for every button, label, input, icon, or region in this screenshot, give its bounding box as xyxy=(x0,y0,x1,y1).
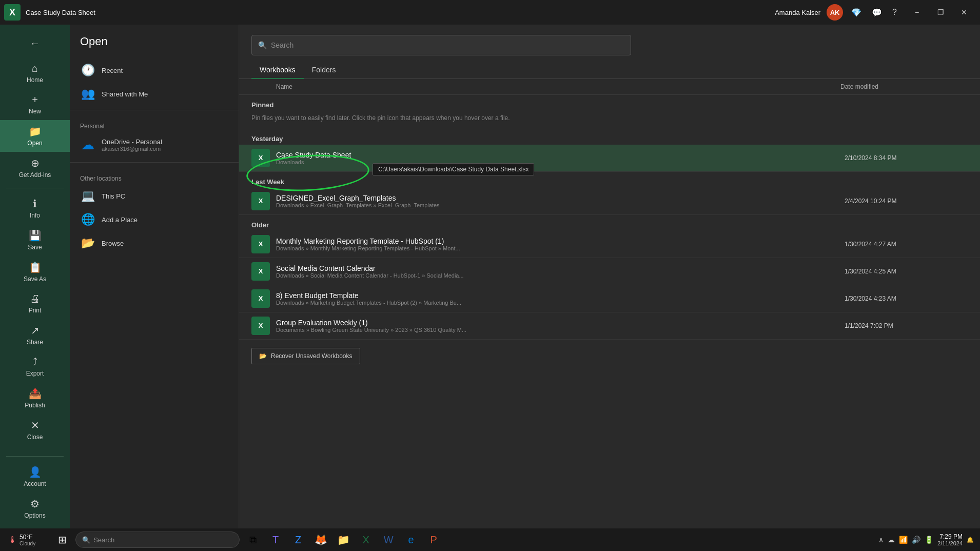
zoom-app[interactable]: Z xyxy=(288,529,308,550)
location-thispc[interactable]: 💻 This PC xyxy=(70,184,239,208)
tab-folders[interactable]: Folders xyxy=(304,62,344,79)
location-recent[interactable]: 🕐 Recent xyxy=(70,58,239,82)
word-app[interactable]: W xyxy=(378,529,399,550)
location-onedrive[interactable]: ☁ OneDrive - Personal akaiser316@gmail.c… xyxy=(70,132,239,158)
taskview-button[interactable]: ⧉ xyxy=(243,529,263,550)
sidebar-item-open-label: Open xyxy=(27,140,42,147)
firefox-app[interactable]: 🦊 xyxy=(310,529,331,550)
col-date-header: Date modified xyxy=(840,83,933,90)
excel-app[interactable]: X xyxy=(356,529,376,550)
file-row-event[interactable]: X 8) Event Budget Template Downloads » M… xyxy=(239,285,980,312)
file-icon-group: X xyxy=(251,317,270,335)
file-row-casestudy[interactable]: X Case Study Data Sheet Downloads 2/10/2… xyxy=(239,145,980,172)
sidebar-item-options[interactable]: ⚙ Options xyxy=(0,493,70,524)
search-bar[interactable]: 🔍 xyxy=(251,35,631,55)
closeitem-icon: ✕ xyxy=(31,419,40,431)
file-date-casestudy: 2/10/2024 8:34 PM xyxy=(845,154,937,162)
sidebar-item-addins[interactable]: ⊕ Get Add-ins xyxy=(0,152,70,184)
maximize-button[interactable]: ❐ xyxy=(929,0,952,25)
share-icon: ↗ xyxy=(31,324,40,337)
sidebar-item-home-label: Home xyxy=(27,76,43,84)
share-action-icon-6[interactable]: ↗ xyxy=(937,321,944,330)
feedback-icon[interactable]: 💬 xyxy=(870,6,884,19)
tab-workbooks[interactable]: Workbooks xyxy=(251,62,304,79)
location-browse[interactable]: 📂 Browse xyxy=(70,231,239,255)
excel-taskbar-icon: X xyxy=(362,534,369,546)
new-icon: + xyxy=(32,94,38,106)
pin-action-icon-2[interactable]: 📌 xyxy=(948,196,958,206)
weather-icon: 🌡 xyxy=(8,535,17,545)
share-action-icon[interactable]: ↗ xyxy=(937,153,944,163)
sidebar-item-save[interactable]: 💾 Save xyxy=(0,224,70,256)
sidebar-item-account[interactable]: 👤 Account xyxy=(0,461,70,493)
tabs: Workbooks Folders xyxy=(239,62,980,79)
edge-app[interactable]: e xyxy=(401,529,421,550)
yesterday-section: Yesterday xyxy=(239,129,980,145)
recover-unsaved-button[interactable]: 📂 Recover Unsaved Workbooks xyxy=(251,348,360,364)
pin-action-icon-6[interactable]: 📌 xyxy=(948,321,958,330)
sidebar-item-new-label: New xyxy=(29,108,41,115)
sidebar-item-home[interactable]: ⌂ Home xyxy=(0,57,70,89)
recent-icon: 🕐 xyxy=(80,64,95,77)
start-button[interactable]: ⊞ xyxy=(52,529,72,550)
sidebar-item-publish-label: Publish xyxy=(25,402,45,409)
file-row-group[interactable]: X Group Evaluation Weekly (1) Documents … xyxy=(239,312,980,340)
help-icon[interactable]: ? xyxy=(890,6,899,19)
file-info-event: 8) Event Budget Template Downloads » Mar… xyxy=(276,291,845,306)
chevron-up-icon[interactable]: ∧ xyxy=(878,536,884,544)
sidebar-item-publish[interactable]: 📤 Publish xyxy=(0,382,70,414)
file-row-social[interactable]: X Social Media Content Calendar Download… xyxy=(239,258,980,285)
sidebar-item-share-label: Share xyxy=(27,339,43,346)
pin-action-icon[interactable]: 📌 xyxy=(948,153,958,163)
close-button[interactable]: ✕ xyxy=(952,0,976,25)
onedrive-email: akaiser316@gmail.com xyxy=(102,146,162,152)
sidebar-item-back[interactable]: ← xyxy=(0,29,70,57)
share-action-icon-2[interactable]: ↗ xyxy=(937,196,944,206)
search-input[interactable] xyxy=(271,41,624,49)
location-shared[interactable]: 👥 Shared with Me xyxy=(70,82,239,106)
sidebar-item-open[interactable]: 📁 Open xyxy=(0,120,70,152)
file-list-header: Name Date modified xyxy=(239,79,980,95)
file-path-group: Documents » Bowling Green State Universi… xyxy=(276,327,584,333)
file-row-hubspot1[interactable]: X Monthly Marketing Reporting Template -… xyxy=(239,231,980,258)
share-action-icon-4[interactable]: ↗ xyxy=(937,266,944,276)
save-icon: 💾 xyxy=(29,229,42,242)
sidebar-item-info[interactable]: ℹ Info xyxy=(0,192,70,224)
sidebar-item-print[interactable]: 🖨 Print xyxy=(0,288,70,319)
sidebar-item-share[interactable]: ↗ Share xyxy=(0,319,70,351)
pin-action-icon-4[interactable]: 📌 xyxy=(948,266,958,276)
notification-icon[interactable]: 🔔 xyxy=(967,537,974,543)
location-addplace[interactable]: 🌐 Add a Place xyxy=(70,208,239,231)
battery-icon[interactable]: 🔋 xyxy=(925,536,933,544)
sidebar-item-export[interactable]: ⤴ Export xyxy=(0,351,70,382)
file-date-social: 1/30/2024 4:25 AM xyxy=(845,268,937,275)
sidebar-item-close[interactable]: ✕ Close xyxy=(0,414,70,446)
powerpoint-app[interactable]: P xyxy=(423,529,444,550)
diamond-icon[interactable]: 💎 xyxy=(849,6,864,19)
pinned-empty-text: Pin files you want to easily find later.… xyxy=(239,111,598,129)
recover-label: Recover Unsaved Workbooks xyxy=(271,352,352,360)
wifi-icon[interactable]: 📶 xyxy=(899,536,908,544)
teams-app[interactable]: T xyxy=(265,529,286,550)
sidebar-item-saveas[interactable]: 📋 Save As xyxy=(0,256,70,288)
powerpoint-icon: P xyxy=(430,534,437,546)
user-avatar[interactable]: AK xyxy=(827,4,843,21)
sidebar-spacer xyxy=(0,446,70,452)
title-bar-left: X Case Study Data Sheet xyxy=(4,4,95,21)
file-row-excel-graph[interactable]: X DESIGNED_Excel_Graph_Templates Downloa… xyxy=(239,188,980,215)
loc-divider-1 xyxy=(70,110,239,110)
minimize-button[interactable]: − xyxy=(905,0,929,25)
date-display: 2/11/2024 xyxy=(937,540,963,546)
pin-action-icon-3[interactable]: 📌 xyxy=(948,239,958,249)
pin-action-icon-5[interactable]: 📌 xyxy=(948,293,958,303)
system-icons: ∧ ☁ 📶 🔊 🔋 xyxy=(878,536,933,544)
onedrive-icon: ☁ xyxy=(80,137,95,153)
share-action-icon-3[interactable]: ↗ xyxy=(937,239,944,249)
volume-icon[interactable]: 🔊 xyxy=(912,536,920,544)
sidebar-item-new[interactable]: + New xyxy=(0,89,70,120)
files-app[interactable]: 📁 xyxy=(333,529,354,550)
share-action-icon-5[interactable]: ↗ xyxy=(937,293,944,303)
taskbar-search[interactable]: 🔍 Search xyxy=(75,532,240,548)
cloud-icon[interactable]: ☁ xyxy=(888,536,895,544)
file-name-casestudy: Case Study Data Sheet xyxy=(276,151,845,159)
